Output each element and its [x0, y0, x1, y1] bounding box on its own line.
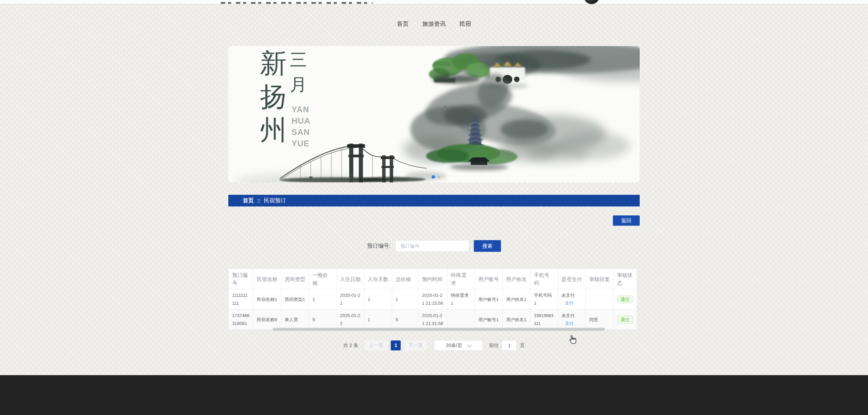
cell-reserve-time: 2025-01-21 21:15:56 — [419, 289, 447, 310]
banner-subtitle-vertical: 三月 — [290, 47, 309, 97]
cell-homestay-name: 民宿名称9 — [253, 310, 281, 330]
approved-badge: 通过 — [617, 295, 633, 303]
goto-page-input[interactable] — [502, 340, 517, 351]
column-header: 是否支付 — [558, 269, 586, 289]
table-row: 1737466318081 民宿名称9 单人房 9 2025-01-22 1 9… — [229, 310, 637, 330]
banner-carousel[interactable]: 新扬州 三月 YAN HUA SAN YUE — [228, 46, 640, 182]
column-header: 一晚价格 — [309, 269, 336, 289]
clipped-title-text — [221, 2, 373, 4]
column-header: 总价格 — [392, 269, 419, 289]
column-header: 民宿名称 — [253, 269, 281, 289]
next-page-button[interactable]: 下一页 — [404, 340, 427, 350]
cell-stay-days: 1 — [364, 310, 392, 330]
cell-total-price: 1 — [392, 289, 419, 310]
cell-special-need: 特殊需求1 — [447, 289, 475, 310]
search-label: 预订编号: — [367, 243, 390, 250]
breadcrumb-current: 民宿预订 — [264, 197, 286, 204]
column-header: 手机号码 — [530, 269, 558, 289]
banner-latin-line: SAN — [292, 126, 310, 138]
cell-homestay-name: 民宿名称1 — [253, 289, 281, 310]
breadcrumb-separator-icon: Ξ — [257, 198, 261, 204]
pay-link[interactable]: 支付 — [561, 319, 582, 327]
pay-status-text: 未支付 — [561, 312, 582, 319]
chevron-down-icon — [467, 342, 472, 347]
search-button[interactable]: 搜索 — [474, 240, 501, 252]
cell-booking-no: 1737466318081 — [229, 310, 253, 330]
goto-unit: 页 — [520, 343, 525, 349]
horizontal-scrollbar-thumb[interactable] — [273, 328, 605, 331]
cell-user-name: 用户姓名1 — [503, 310, 530, 330]
clipped-browser-strip — [0, 0, 868, 4]
top-nav: 首页 旅游资讯 民宿 — [0, 4, 868, 27]
table-row: 1111111111 民宿名称1 房间类型1 1 2025-01-21 1 1 … — [229, 289, 637, 310]
bookings-table: 预订编号 民宿名称 房间类型 一晚价格 入住日期 入住天数 总价格 预约时间 特… — [228, 269, 637, 330]
column-header: 入住天数 — [364, 269, 392, 289]
column-header: 入住日期 — [336, 269, 364, 289]
user-avatar[interactable] — [584, 0, 599, 4]
carousel-dot-active[interactable] — [432, 175, 435, 179]
column-header: 审核状态 — [614, 269, 637, 289]
banner-latin-line: YAN — [292, 104, 310, 115]
nav-item-homestay[interactable]: 民宿 — [459, 20, 471, 27]
cell-night-price: 9 — [309, 310, 336, 330]
cell-pay: 未支付 支付 — [558, 310, 586, 330]
pay-status-text: 未支付 — [561, 291, 582, 299]
cell-phone: 手机号码1 — [530, 289, 558, 310]
cell-night-price: 1 — [309, 289, 336, 310]
column-header: 预约时间 — [419, 269, 447, 289]
banner-latin-caption: YAN HUA SAN YUE — [292, 104, 310, 149]
page-size-value: 20条/页 — [446, 343, 462, 349]
cell-special-need — [447, 310, 475, 330]
banner-latin-line: HUA — [292, 115, 310, 126]
search-bar: 预订编号: 搜索 — [228, 240, 640, 252]
page-footer — [0, 375, 868, 415]
nav-item-home[interactable]: 首页 — [397, 20, 409, 27]
column-header: 特殊需求 — [447, 269, 475, 289]
page: 首页 旅游资讯 民宿 — [0, 0, 868, 415]
cell-booking-no: 1111111111 — [229, 289, 253, 310]
cell-audit-reply — [586, 289, 614, 310]
prev-page-button[interactable]: 上一页 — [365, 340, 387, 350]
carousel-dots — [432, 175, 440, 179]
cell-user-name: 用户姓名1 — [503, 289, 530, 310]
cell-pay: 未支付 支付 — [558, 289, 586, 310]
goto-page: 前往 页 — [489, 340, 525, 351]
nav-item-travel-news[interactable]: 旅游资讯 — [422, 20, 446, 27]
cell-phone: 19819881111 — [530, 310, 558, 330]
column-header: 用户姓名 — [503, 269, 530, 289]
cell-reserve-time: 2025-01-21 21:31:58 — [419, 310, 447, 330]
approved-badge: 通过 — [617, 316, 633, 324]
toolbar: 返回 — [228, 215, 640, 226]
column-header: 预订编号 — [229, 269, 253, 289]
column-header: 房间类型 — [281, 269, 309, 289]
breadcrumb-home-link[interactable]: 首页 — [243, 197, 254, 204]
cell-checkin-date: 2025-01-21 — [336, 289, 364, 310]
goto-label: 前往 — [489, 343, 499, 349]
cell-user-account: 用户账号1 — [475, 289, 503, 310]
banner-latin-line: YUE — [292, 138, 310, 149]
cell-checkin-date: 2025-01-22 — [336, 310, 364, 330]
cell-room-type: 房间类型1 — [281, 289, 309, 310]
cell-audit-status: 通过 — [614, 310, 637, 330]
cell-stay-days: 1 — [364, 289, 392, 310]
pagination-total: 共 2 条 — [343, 343, 358, 349]
carousel-dot[interactable] — [438, 176, 440, 178]
bookings-table-wrap: 预订编号 民宿名称 房间类型 一晚价格 入住日期 入住天数 总价格 预约时间 特… — [228, 269, 637, 330]
page-number-active[interactable]: 1 — [391, 340, 401, 350]
cell-audit-reply: 同意 — [586, 310, 614, 330]
pagination: 共 2 条 上一页 1 下一页 20条/页 前往 页 — [228, 340, 640, 351]
search-input[interactable] — [395, 240, 469, 252]
breadcrumb: 首页 Ξ 民宿预订 — [228, 195, 640, 206]
cell-room-type: 单人房 — [281, 310, 309, 330]
banner-title-vertical: 新扬州 — [260, 47, 290, 147]
pay-link[interactable]: 支付 — [561, 299, 582, 307]
column-header: 用户账号 — [475, 269, 503, 289]
page-size-select[interactable]: 20条/页 — [434, 340, 483, 351]
back-button[interactable]: 返回 — [613, 215, 640, 226]
cell-total-price: 9 — [392, 310, 419, 330]
cell-audit-status: 通过 — [614, 289, 637, 310]
column-header: 审核回复 — [586, 269, 614, 289]
cell-user-account: 用户账号1 — [475, 310, 503, 330]
table-header-row: 预订编号 民宿名称 房间类型 一晚价格 入住日期 入住天数 总价格 预约时间 特… — [229, 269, 637, 289]
